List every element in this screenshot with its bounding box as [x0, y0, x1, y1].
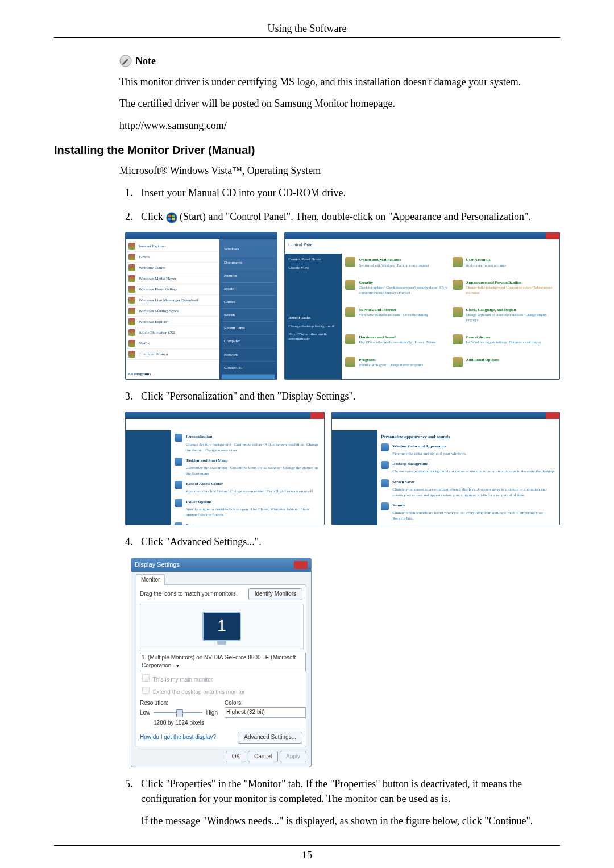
start-menu-right-pane: Windows Documents Pictures Music Games S…: [219, 239, 277, 379]
note-heading: Note: [119, 55, 560, 67]
note-label: Note: [135, 55, 156, 67]
monitor-preview[interactable]: 1: [140, 604, 304, 649]
start-menu-left-pane: Internet Explorer E-mail Welcome Center …: [126, 239, 223, 379]
step-5: Click "Properties" in the "Monitor" tab.…: [135, 776, 560, 828]
step-4-screenshot: Display Settings Monitor Drag the icons …: [125, 558, 560, 768]
monitor-select[interactable]: 1. (Multiple Monitors) on NVIDIA GeForce…: [140, 653, 306, 671]
main-monitor-checkbox: This is my main monitor: [140, 672, 302, 684]
close-icon[interactable]: [294, 561, 308, 569]
steps-list: Insert your Manual CD into your CD-ROM d…: [119, 185, 560, 828]
step-2-text-b: (Start) and "Control Panel". Then, doubl…: [180, 211, 531, 222]
colors-label: Colors:: [225, 699, 302, 708]
step-5-text-b: If the message "Windows needs..." is dis…: [141, 814, 560, 828]
identify-monitors-button[interactable]: Identify Monitors: [248, 588, 302, 600]
note-p3: http://www.samsung.com/: [119, 119, 560, 132]
apply-button: Apply: [280, 751, 306, 763]
step-1-text: Insert your Manual CD into your CD-ROM d…: [141, 187, 346, 198]
step-1: Insert your Manual CD into your CD-ROM d…: [135, 185, 560, 200]
step-3: Click "Personalization" and then "Displa…: [135, 389, 560, 525]
resolution-value: 1280 by 1024 pixels: [140, 719, 218, 728]
pencil-icon: [119, 55, 132, 67]
step-4: Click "Advanced Settings...". Display Se…: [135, 534, 560, 767]
control-panel-body: System and MaintenanceGet started with W…: [342, 254, 559, 379]
screenshot-appearance-panel: PersonalizationChange desktop background…: [125, 412, 325, 525]
extend-desktop-checkbox: Extend the desktop onto this monitor: [140, 685, 302, 697]
section-heading: Installing the Monitor Driver (Manual): [54, 144, 560, 157]
start-menu-control-panel[interactable]: Control Panel: [222, 375, 275, 380]
page-header: Using the Software: [54, 23, 560, 35]
control-panel-appearance-item[interactable]: Appearance and PersonalizationChange des…: [453, 280, 556, 304]
note-block: Note This monitor driver is under certif…: [119, 55, 560, 132]
step-3-screenshots: PersonalizationChange desktop background…: [125, 412, 560, 525]
screenshot-control-panel: Control Panel Control Panel Home Classic…: [284, 232, 560, 380]
control-panel-sidebar: Control Panel Home Classic View Recent T…: [285, 254, 349, 379]
page-number: 15: [54, 849, 560, 861]
step-2-screenshots: Internet Explorer E-mail Welcome Center …: [125, 232, 560, 380]
drag-text: Drag the icons to match your monitors.: [140, 590, 238, 599]
colors-select[interactable]: Highest (32 bit): [225, 707, 306, 718]
intro-os: Microsoft® Windows Vista™, Operating Sys…: [119, 164, 560, 177]
note-p1: This monitor driver is under certifying …: [119, 75, 560, 89]
step-3-text: Click "Personalization" and then "Displa…: [141, 391, 355, 402]
cancel-button[interactable]: Cancel: [248, 751, 278, 763]
step-5-text-a: Click "Properties" in the "Monitor" tab.…: [141, 778, 522, 804]
best-display-link[interactable]: How do I get the best display?: [140, 733, 216, 742]
display-settings-dialog: Display Settings Monitor Drag the icons …: [131, 558, 312, 768]
screenshot-personalization: Personalize appearance and sounds Window…: [331, 412, 560, 525]
monitor-tab[interactable]: Monitor: [136, 574, 165, 585]
step-4-text: Click "Advanced Settings...".: [141, 536, 262, 547]
resolution-slider[interactable]: [154, 709, 202, 717]
bottom-rule: [54, 845, 560, 846]
start-orb-icon: [166, 212, 177, 223]
resolution-label: Resolution:: [140, 699, 218, 708]
note-p2: The certified driver will be posted on S…: [119, 97, 560, 110]
step-2: Click (Start) and "Control Panel". Then,…: [135, 209, 560, 380]
dlg-title-text: Display Settings: [135, 560, 180, 570]
ok-button[interactable]: OK: [226, 751, 246, 763]
top-rule: [54, 37, 560, 38]
step-2-text-a: Click: [141, 211, 166, 222]
monitor-icon: 1: [202, 612, 241, 641]
screenshot-start-menu: Internet Explorer E-mail Welcome Center …: [125, 232, 277, 380]
advanced-settings-button[interactable]: Advanced Settings...: [238, 732, 302, 744]
